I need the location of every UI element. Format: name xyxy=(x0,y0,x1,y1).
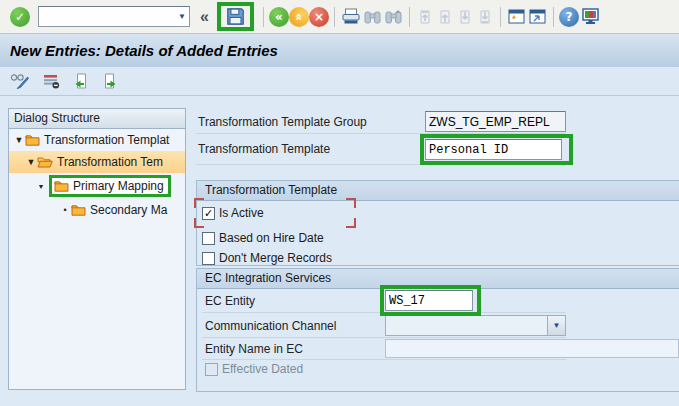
back-icon[interactable]: « xyxy=(269,7,289,27)
toolbar-separator xyxy=(334,7,335,27)
is-active-checkbox[interactable]: ✓ Is Active xyxy=(202,206,264,220)
annotation-primary-mapping: Primary Mapping xyxy=(49,175,171,197)
folder-icon xyxy=(54,180,69,192)
first-page-icon xyxy=(417,9,433,25)
find-next-icon[interactable] xyxy=(385,9,402,24)
groupbox-title: Transformation Template xyxy=(197,181,679,201)
toolbar-separator xyxy=(263,7,264,27)
title-bar: New Entries: Details of Added Entries xyxy=(0,34,679,68)
entity-name-in-ec-field[interactable] xyxy=(385,339,679,358)
ec-entity-field[interactable] xyxy=(385,290,473,311)
display-change-icon[interactable] xyxy=(10,73,30,90)
toolbar-separator xyxy=(500,7,501,27)
transformation-template-label: Transformation Template xyxy=(198,142,330,156)
tree-node-label: Transformation Templat xyxy=(44,133,169,147)
dialog-structure-header: Dialog Structure xyxy=(9,109,185,129)
dropdown-arrow-icon[interactable]: ▼ xyxy=(547,316,565,335)
find-icon[interactable] xyxy=(364,9,381,24)
sap-window: ✓ ▼ « « « × xyxy=(0,0,679,406)
page-title: New Entries: Details of Added Entries xyxy=(10,42,278,59)
create-shortcut-icon[interactable] xyxy=(529,9,546,24)
communication-channel-label: Communication Channel xyxy=(205,319,336,333)
leaf-bullet-icon: • xyxy=(59,205,71,215)
save-icon[interactable] xyxy=(226,7,245,26)
effective-dated-checkbox: Effective Dated xyxy=(205,362,303,376)
dialog-structure-panel: Dialog Structure ▼ Transformation Templa… xyxy=(8,108,186,390)
checkbox-label: Based on Hire Date xyxy=(219,231,324,245)
toolbar-separator xyxy=(409,7,410,27)
command-input[interactable] xyxy=(42,9,166,25)
based-on-hire-date-checkbox[interactable]: Based on Hire Date xyxy=(202,231,324,245)
new-session-icon[interactable] xyxy=(508,9,525,24)
row-divider xyxy=(202,312,566,313)
row-divider xyxy=(202,337,566,338)
annotation-save xyxy=(217,2,254,31)
dont-merge-records-checkbox[interactable]: Don't Merge Records xyxy=(202,251,332,265)
expander-icon[interactable]: ▼ xyxy=(25,157,37,167)
folder-icon xyxy=(25,134,40,146)
transformation-template-group-field[interactable] xyxy=(425,111,566,132)
command-field[interactable]: ▼ xyxy=(38,6,190,27)
checkbox-box[interactable] xyxy=(202,232,215,245)
application-toolbar xyxy=(0,67,679,96)
tree-node-label: Primary Mapping xyxy=(73,179,164,193)
customize-layout-icon[interactable] xyxy=(581,8,600,25)
previous-page-icon xyxy=(437,9,453,25)
communication-channel-dropdown[interactable]: ▼ xyxy=(385,315,566,336)
checkbox-box[interactable] xyxy=(202,252,215,265)
help-icon[interactable]: ? xyxy=(559,7,579,27)
folder-icon xyxy=(71,204,86,216)
row-divider xyxy=(196,164,566,165)
checkbox-label: Don't Merge Records xyxy=(219,251,332,265)
expander-icon[interactable]: ▼ xyxy=(35,183,47,190)
system-toolbar: ✓ ▼ « « « × xyxy=(0,0,679,34)
command-dropdown-icon[interactable]: ▼ xyxy=(178,12,186,21)
print-icon[interactable] xyxy=(342,8,360,25)
row-divider xyxy=(196,133,566,134)
last-page-icon xyxy=(477,9,493,25)
checkbox-label: Is Active xyxy=(219,206,264,220)
toolbar-separator xyxy=(553,7,554,27)
tree-node-secondary-mapping[interactable]: • Secondary Ma xyxy=(9,199,185,221)
previous-entry-icon[interactable] xyxy=(73,73,89,89)
checkbox-check-icon[interactable]: ✓ xyxy=(202,207,215,220)
next-page-icon xyxy=(457,9,473,25)
entity-name-in-ec-label: Entity Name in EC xyxy=(205,342,303,356)
checkbox-label: Effective Dated xyxy=(222,362,303,376)
tree-node-label: Transformation Tem xyxy=(57,155,163,169)
row-divider xyxy=(202,359,566,360)
collapse-toolbar-icon[interactable]: « xyxy=(200,8,209,26)
expander-icon[interactable]: ▼ xyxy=(13,135,25,145)
tree-node-transformation-template-group[interactable]: ▼ Transformation Templat xyxy=(9,129,185,151)
exit-icon[interactable]: « xyxy=(289,7,309,27)
open-folder-icon xyxy=(37,156,53,168)
deselect-all-icon[interactable] xyxy=(43,73,60,89)
next-entry-icon[interactable] xyxy=(102,73,118,89)
transformation-template-groupbox: Transformation Template ✓ Is Active Base… xyxy=(196,180,679,266)
dropdown-value xyxy=(386,316,547,335)
transformation-template-group-label: Transformation Template Group xyxy=(198,115,367,129)
cancel-icon[interactable]: × xyxy=(309,7,329,27)
ec-entity-label: EC Entity xyxy=(205,294,255,308)
groupbox-title: EC Integration Services xyxy=(197,269,679,289)
tree-node-transformation-template[interactable]: ▼ Transformation Tem xyxy=(9,151,185,173)
transformation-template-field[interactable] xyxy=(425,139,562,160)
enter-icon[interactable]: ✓ xyxy=(10,7,30,27)
tree-node-label: Secondary Ma xyxy=(90,203,167,217)
tree-node-primary-mapping[interactable]: ▼ Primary Mapping xyxy=(9,173,185,199)
checkbox-box xyxy=(205,363,218,376)
